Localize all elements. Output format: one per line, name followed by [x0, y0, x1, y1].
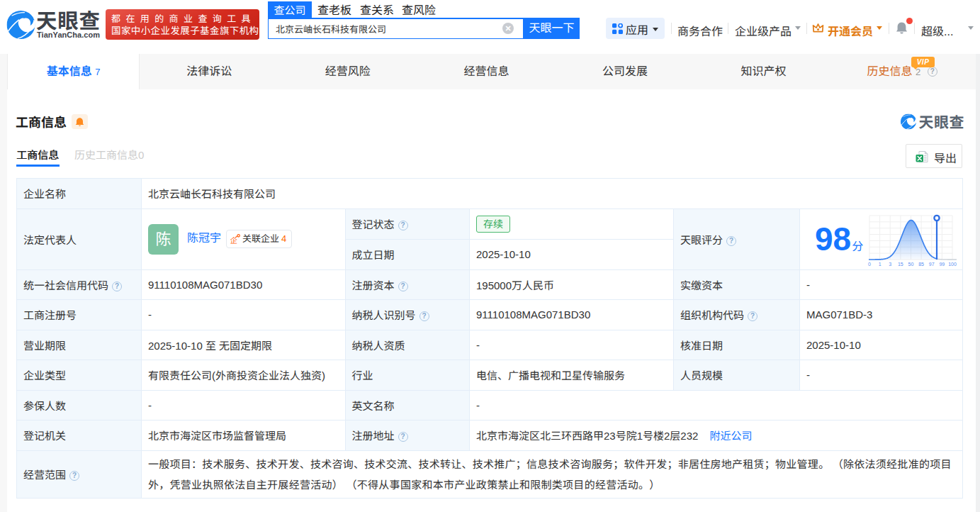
svg-text:97: 97 [928, 261, 934, 266]
svg-text:3: 3 [889, 261, 891, 266]
svg-text:99: 99 [939, 261, 945, 266]
svg-text:1: 1 [878, 261, 881, 266]
svg-text:15: 15 [897, 261, 903, 266]
svg-text:100: 100 [948, 261, 957, 266]
svg-text:85: 85 [918, 261, 924, 266]
svg-text:50: 50 [908, 261, 913, 266]
svg-text:天眼查: 天眼查 [919, 113, 965, 130]
svg-text:0: 0 [868, 261, 871, 266]
